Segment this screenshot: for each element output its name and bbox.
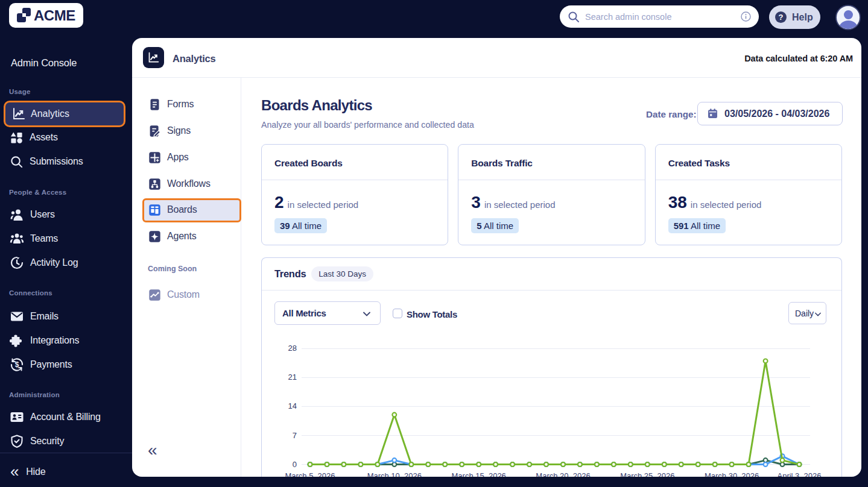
svg-text:March 20, 2026: March 20, 2026 xyxy=(536,471,590,477)
svg-text:21: 21 xyxy=(288,372,297,382)
svg-text:March 5, 2026: March 5, 2026 xyxy=(285,471,335,477)
svg-text:14: 14 xyxy=(288,401,297,410)
svg-text:March 10, 2026: March 10, 2026 xyxy=(367,471,422,477)
svg-text:7: 7 xyxy=(293,431,297,440)
svg-text:March 15, 2026: March 15, 2026 xyxy=(452,471,506,477)
svg-text:$: $ xyxy=(15,360,19,369)
svg-text:April 3, 2026: April 3, 2026 xyxy=(778,471,822,477)
svg-text:March 25, 2026: March 25, 2026 xyxy=(620,471,674,477)
svg-text:0: 0 xyxy=(293,460,297,469)
svg-text:28: 28 xyxy=(288,344,297,353)
svg-text:March 30, 2026: March 30, 2026 xyxy=(705,471,759,477)
